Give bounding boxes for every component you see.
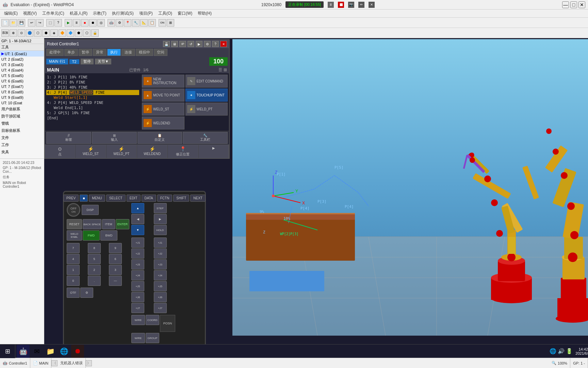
tb2-add[interactable]: 添加 xyxy=(1,29,9,37)
tp-7[interactable]: 7 xyxy=(67,243,80,253)
tb2-b7[interactable]: 🔶 xyxy=(59,29,66,37)
tp-j7-minus[interactable]: +J7 xyxy=(154,303,167,313)
minimize-button[interactable]: — xyxy=(562,1,569,8)
tb2-b3[interactable]: 🔵 xyxy=(26,29,33,37)
btn-edit-command[interactable]: ✎ EDIT COMMAND xyxy=(185,75,228,88)
edit-button[interactable]: ✏ xyxy=(358,2,364,8)
btn-weld-st[interactable]: ⚡ WELD_ST xyxy=(142,103,184,116)
btn-new-instruction[interactable]: ✦ NEW INSTRUCTION xyxy=(142,75,184,88)
tp-wire2[interactable]: WIRE xyxy=(131,333,145,343)
bb-nav-prev[interactable]: 〈 xyxy=(51,360,58,366)
tree-ut7[interactable]: UT: 7 (Eoat7) xyxy=(0,84,44,89)
tp-j3-minus[interactable]: +J3 xyxy=(154,259,167,270)
tb2-b10[interactable]: ⬠ xyxy=(83,29,91,37)
status-pause[interactable]: 暂停 xyxy=(81,59,94,64)
tree-ut4[interactable]: UT: 4 (Eoat4) xyxy=(0,67,44,73)
menu-help[interactable]: 帮助(H) xyxy=(195,10,214,17)
tree-ut5[interactable]: UT: 5 (Eoat5) xyxy=(0,73,44,78)
tp-item[interactable]: ITEM xyxy=(102,219,115,229)
window-close-button[interactable]: ✕ xyxy=(578,1,585,8)
ctrl-icon-play[interactable]: ▶ xyxy=(196,41,202,47)
tb-rec[interactable]: ⏺ xyxy=(89,19,97,27)
ctrl-icon-monitor[interactable]: 🖥 xyxy=(171,41,178,47)
tp-left[interactable]: ◀ xyxy=(131,214,144,224)
func-label[interactable]: // 标签 xyxy=(46,132,91,144)
tp-right-arrow[interactable]: ▶ xyxy=(154,214,167,224)
tp-hold[interactable]: HOLD xyxy=(154,225,167,235)
tb-cam2[interactable]: ◎ xyxy=(97,19,105,27)
viewport[interactable]: X Y Z P[1] P[5] P[4] P[3] 9% 10% Z WP[2]… xyxy=(232,39,588,336)
ctrl-icon-help[interactable]: ? xyxy=(212,41,219,47)
tree-ut2[interactable]: UT: 2 (Eoat2) xyxy=(0,57,44,62)
tp-6[interactable]: 6 xyxy=(109,254,122,264)
tp-off-button[interactable]: OFF ON xyxy=(67,203,80,217)
tb-on[interactable]: ON xyxy=(159,19,166,27)
tree-ut10[interactable]: UT: 10 (Eoat xyxy=(0,100,44,106)
tp-reset[interactable]: RESET xyxy=(67,219,82,229)
tree-user-coord[interactable]: 用户坐标系 xyxy=(0,106,44,113)
tree-ut8[interactable]: UT: 8 (Eoat8) xyxy=(0,89,44,95)
func-custom[interactable]: 📋 自定义 xyxy=(137,132,182,144)
tp-j6-minus[interactable]: +J6 xyxy=(154,292,167,302)
tp-j4-plus[interactable]: +J4 xyxy=(131,270,144,280)
tb-new[interactable]: 📄 xyxy=(1,19,9,27)
tb2-b2[interactable]: ⊙ xyxy=(18,29,25,37)
tp-8[interactable]: 8 xyxy=(88,243,101,253)
bb-nav-next[interactable]: 〉 xyxy=(86,360,92,366)
btab-fixpos[interactable]: 📍 修正位置 xyxy=(168,145,198,158)
tb2-b11[interactable]: 🔒 xyxy=(91,29,99,37)
tp-data[interactable]: DATA xyxy=(142,195,156,202)
taskbar-app-4[interactable]: 🌐 xyxy=(58,345,70,358)
close-button[interactable]: ✕ xyxy=(369,2,375,8)
tp-wire[interactable]: WIRE xyxy=(131,315,145,325)
tp-fwd[interactable]: FWD xyxy=(83,230,100,241)
tab-space[interactable]: 空间 xyxy=(154,49,167,56)
tree-file[interactable]: 文件 xyxy=(0,134,44,141)
btn-touchup-point[interactable]: ✦ TOUCHUP POINT xyxy=(185,89,228,102)
tp-0[interactable]: 0 xyxy=(67,276,80,286)
menu-exectest[interactable]: 执行测试(S) xyxy=(109,10,136,17)
tp-j7-plus[interactable]: +J7 xyxy=(131,303,144,313)
tp-down[interactable]: ▼ xyxy=(131,225,144,235)
tp-4[interactable]: 4 xyxy=(67,254,80,264)
tb2-b6[interactable]: ◈ xyxy=(50,29,58,37)
tp-9[interactable]: 9 xyxy=(109,243,122,253)
tab-step[interactable]: 单步 xyxy=(64,49,78,56)
btab-weldpt[interactable]: ⚡ WELD_PT xyxy=(107,145,137,158)
menu-view[interactable]: 视图(V) xyxy=(20,10,39,17)
tb-b2[interactable]: 📍 xyxy=(124,19,131,27)
tb-select[interactable]: ⬚ xyxy=(46,19,54,27)
tp-enter[interactable]: ENTER xyxy=(116,219,129,229)
tb2-b9[interactable]: ⬟ xyxy=(75,29,82,37)
btab-weldst[interactable]: ⚡ WELD_ST xyxy=(76,145,106,158)
tp-special[interactable]: ⚙ xyxy=(80,288,93,298)
tb-b3[interactable]: 🔧 xyxy=(132,19,140,27)
tb-grid[interactable]: ⊞ xyxy=(167,19,174,27)
tp-j5-minus[interactable]: +J5 xyxy=(154,281,167,291)
tp-backspace[interactable]: BACK SPACE xyxy=(83,219,101,229)
tp-minus[interactable]: — xyxy=(109,276,122,286)
tab-pause[interactable]: 暂停 xyxy=(79,49,92,56)
taskbar-app-3[interactable]: 📁 xyxy=(44,345,57,358)
tp-3[interactable]: 3 xyxy=(109,265,122,275)
btn-weld-pt[interactable]: ⚡ WELD_PT xyxy=(185,103,228,116)
ctrl-icon-settings[interactable]: ⚙ xyxy=(204,41,211,47)
menu-teach[interactable]: 示教(T) xyxy=(90,10,109,17)
tp-disp[interactable]: DISP xyxy=(82,205,99,215)
tree-ut9[interactable]: UT: 9 (Eoat9) xyxy=(0,95,44,100)
tb2-b5[interactable]: ⬢ xyxy=(42,29,50,37)
ctrl-icon-refresh[interactable]: ↺ xyxy=(187,41,194,47)
tb-stop2[interactable]: ■ xyxy=(81,19,88,27)
ctrl-icon-save[interactable]: 💾 xyxy=(163,41,170,47)
tp-group[interactable]: GROUP xyxy=(146,333,159,343)
tree-fixture[interactable]: 夹具 xyxy=(0,149,44,156)
tp-bwd[interactable]: BWD xyxy=(100,230,117,241)
ctrl-icon-close[interactable]: ✕ xyxy=(220,41,227,47)
tp-dot[interactable]: . xyxy=(88,276,101,286)
start-button[interactable]: ⊞ xyxy=(0,344,15,358)
stop-button[interactable]: ⏹ xyxy=(338,2,344,8)
tp-j4-minus[interactable]: +J4 xyxy=(154,270,167,280)
taskbar-app-1[interactable]: 🤖 xyxy=(17,345,30,358)
func-toolbar[interactable]: 🔧 工具栏 xyxy=(183,132,228,144)
btab-more[interactable]: ▶ xyxy=(199,145,229,158)
